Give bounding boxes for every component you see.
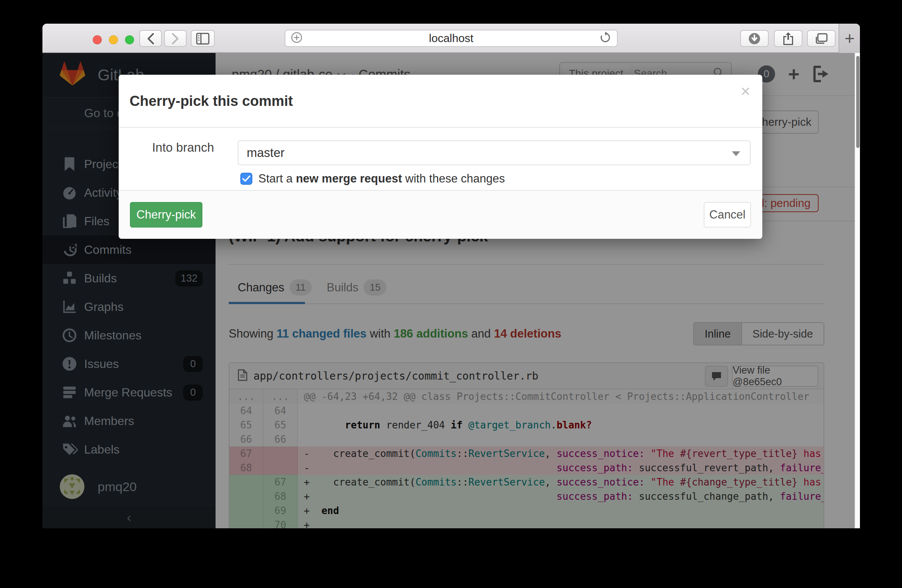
reload-icon[interactable] — [599, 31, 612, 45]
into-branch-label: Into branch — [119, 141, 214, 155]
share-button[interactable] — [774, 30, 802, 47]
sidebar-toggle-icon — [196, 33, 210, 45]
tabs-icon — [814, 32, 828, 45]
modal-footer: Cherry-pick Cancel — [119, 190, 762, 239]
back-button[interactable] — [139, 30, 162, 47]
zoom-window-button[interactable] — [125, 35, 134, 44]
modal-body: Into branch master Start a new merge req… — [119, 128, 762, 189]
browser-toolbar: localhost + — [42, 23, 860, 53]
modal-header: Cherry-pick this commit × — [119, 75, 762, 128]
cancel-button[interactable]: Cancel — [704, 202, 751, 228]
merge-request-checkbox-row: Start a new merge request with these cha… — [240, 172, 505, 186]
merge-request-checkbox-label: Start a new merge request with these cha… — [258, 172, 505, 186]
cherry-pick-submit-button[interactable]: Cherry-pick — [130, 202, 202, 228]
branch-select[interactable]: master — [238, 141, 751, 165]
branch-select-value: master — [247, 146, 285, 160]
browser-window: localhost + — [42, 23, 860, 528]
scrollbar-track[interactable] — [855, 53, 860, 528]
address-text: localhost — [285, 32, 617, 45]
forward-button[interactable] — [164, 30, 186, 47]
plus-icon: + — [844, 28, 855, 48]
reader-plus-icon[interactable] — [291, 31, 303, 45]
address-bar[interactable]: localhost — [285, 30, 618, 47]
download-icon — [748, 32, 761, 45]
close-window-button[interactable] — [93, 35, 102, 44]
sidebar-toggle-button[interactable] — [191, 30, 215, 47]
forward-chevron-icon — [171, 32, 180, 45]
share-icon — [782, 31, 795, 46]
minimize-window-button[interactable] — [109, 35, 118, 44]
back-chevron-icon — [146, 32, 155, 45]
downloads-button[interactable] — [740, 30, 769, 47]
modal-title: Cherry-pick this commit — [130, 93, 293, 109]
chevron-down-icon — [732, 151, 740, 156]
scrollbar-thumb[interactable] — [856, 56, 860, 148]
new-tab-button[interactable]: + — [839, 23, 860, 53]
check-icon — [242, 175, 251, 182]
close-icon[interactable]: × — [741, 83, 750, 100]
page-viewport: GitLab Go to dashboard ProjectActivityFi… — [42, 53, 860, 528]
cherry-pick-modal: Cherry-pick this commit × Into branch ma… — [119, 75, 762, 239]
tab-overview-button[interactable] — [807, 30, 836, 47]
merge-request-checkbox[interactable] — [240, 173, 252, 185]
